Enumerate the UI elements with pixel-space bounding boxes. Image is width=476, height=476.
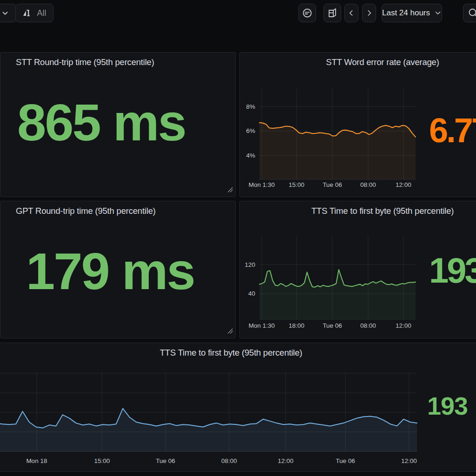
stat-value: 865 ms	[17, 97, 185, 149]
svg-text:Tue 06: Tue 06	[156, 457, 175, 464]
time-range-label: Last 24 hours	[382, 8, 430, 18]
chevron-left-icon	[347, 8, 356, 18]
edit-dashboard-button[interactable]	[324, 4, 341, 22]
panel-stt-word-error-rate: STT Word error rate (average) Mon 1:3015…	[239, 52, 476, 197]
time-shift-forward-button[interactable]	[362, 4, 376, 22]
zoom-out-button[interactable]	[463, 4, 476, 22]
svg-text:Tue 06: Tue 06	[323, 181, 342, 188]
svg-text:8%: 8%	[246, 103, 255, 110]
svg-text:120: 120	[245, 261, 255, 268]
stat-value: 6.77	[429, 113, 476, 148]
svg-text:18:00: 18:00	[289, 322, 304, 329]
panel-stt-round-trip: STT Round-trip time (95th percentile) 86…	[0, 52, 236, 197]
ttfb-wide-timeseries-chart[interactable]: Mon 1815:00Tue 0608:0012:00Tue 0612:00	[0, 370, 419, 472]
collapse-row-button[interactable]	[0, 4, 17, 22]
toolbar: All Last 24 hours	[0, 0, 476, 51]
stat-value: 193	[429, 253, 476, 288]
panel-tts-ttfb: TTS Time to first byte (95th percentile)…	[239, 201, 476, 338]
panel-gpt-round-trip: GPT Round-trip time (95th percentile) 17…	[0, 201, 236, 338]
svg-text:08:00: 08:00	[360, 322, 376, 329]
svg-text:12:00: 12:00	[396, 181, 411, 188]
svg-text:15:00: 15:00	[289, 181, 304, 188]
filter-variable-icon	[22, 8, 33, 18]
svg-text:Mon 18: Mon 18	[26, 457, 47, 464]
panel-title[interactable]: STT Round-trip time (95th percentile)	[16, 57, 235, 67]
stat-value: 193	[427, 393, 468, 418]
svg-text:12:00: 12:00	[396, 322, 411, 329]
svg-text:4%: 4%	[246, 152, 255, 159]
svg-text:Mon 1:30: Mon 1:30	[249, 181, 275, 188]
panel-resize-handle[interactable]	[228, 186, 233, 194]
time-range-picker[interactable]: Last 24 hours	[382, 4, 442, 22]
chevron-down-icon	[0, 8, 10, 18]
svg-text:12:00: 12:00	[401, 457, 417, 464]
time-shift-back-button[interactable]	[344, 4, 358, 22]
book-pencil-icon	[327, 7, 338, 19]
panel-resize-handle[interactable]	[228, 327, 233, 336]
svg-text:Tue 06: Tue 06	[336, 457, 355, 464]
svg-text:12:00: 12:00	[278, 457, 293, 464]
circle-lines-icon	[302, 7, 313, 19]
svg-text:Tue 06: Tue 06	[323, 322, 342, 329]
panel-title[interactable]: STT Word error rate (average)	[240, 57, 476, 67]
stat-value: 179 ms	[26, 245, 194, 298]
chevron-right-icon	[364, 8, 374, 18]
svg-text:40: 40	[248, 290, 255, 297]
chevron-down-icon	[434, 9, 442, 17]
svg-text:08:00: 08:00	[360, 181, 376, 188]
magnifier-icon	[468, 7, 476, 19]
insights-button[interactable]	[298, 4, 316, 22]
adhoc-filter-button[interactable]: All	[15, 4, 53, 22]
panel-title[interactable]: TTS Time to first byte (95th percentile)	[240, 206, 476, 216]
panel-title[interactable]: GPT Round-trip time (95th percentile)	[16, 206, 235, 216]
panel-tts-ttfb-wide: TTS Time to first byte (95th percentile)…	[0, 343, 476, 472]
svg-text:6%: 6%	[246, 127, 255, 134]
wer-timeseries-chart[interactable]: Mon 1:3015:00Tue 0608:0012:008%6%4%	[240, 86, 423, 198]
ttfb-timeseries-chart[interactable]: Mon 1:3018:00Tue 0608:0012:0012040	[240, 233, 423, 340]
svg-text:Mon 1:30: Mon 1:30	[249, 322, 275, 329]
panel-title[interactable]: TTS Time to first byte (95th percentile)	[0, 348, 476, 358]
svg-text:15:00: 15:00	[94, 457, 110, 464]
filter-all-label: All	[37, 8, 46, 18]
svg-text:08:00: 08:00	[221, 457, 237, 464]
